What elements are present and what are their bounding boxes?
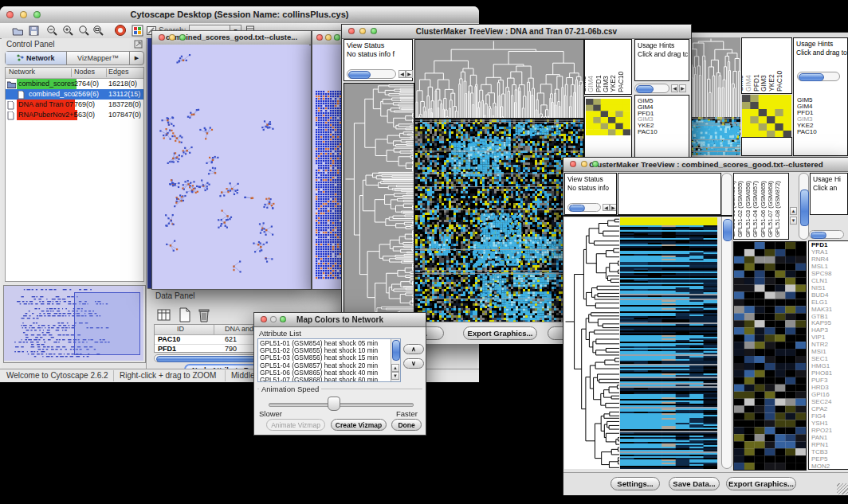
similarity-heatmap[interactable] bbox=[742, 95, 791, 138]
zoom-fit-icon[interactable] bbox=[92, 25, 104, 37]
list-vscrollbar[interactable]: ▲ ▼ bbox=[391, 339, 400, 381]
tab-vizmapper[interactable]: VizMapper™ bbox=[67, 52, 130, 64]
network-list-item[interactable]: combined_scores2764(0)16218(0) bbox=[6, 79, 143, 89]
gene-label[interactable]: GPI16 bbox=[811, 392, 832, 399]
minimize-button[interactable] bbox=[169, 34, 175, 41]
network-view-title-bar[interactable]: combined_scores_good.txt--cluste... bbox=[152, 31, 311, 45]
gene-label[interactable]: RPO21 bbox=[811, 428, 832, 435]
treeview-dna-title-bar[interactable]: ClusterMaker TreeView : DNA and Tran 07-… bbox=[342, 25, 691, 39]
gene-label[interactable]: PFD1 bbox=[797, 110, 817, 116]
network-view-2-title-bar[interactable] bbox=[312, 31, 345, 45]
attribute-list-item[interactable]: GPL51-07 (GSM868) heat shock 60 min bbox=[260, 377, 378, 382]
trash-icon[interactable] bbox=[197, 307, 211, 322]
export-graphics-button[interactable]: Export Graphics... bbox=[463, 326, 537, 340]
column-dendrogram[interactable] bbox=[686, 37, 740, 117]
gene-label[interactable]: SPC98 bbox=[811, 271, 832, 278]
network-list-item[interactable]: combined_sco2569(6)13112(15) bbox=[6, 89, 143, 100]
gene-label[interactable]: PAC10 bbox=[638, 129, 658, 135]
scroll-down-icon[interactable]: ▼ bbox=[790, 217, 797, 225]
scroll-right-icon[interactable]: ▶ bbox=[679, 84, 686, 92]
gene-label[interactable]: GIM5 bbox=[797, 97, 817, 104]
gene-label[interactable]: TCB3 bbox=[811, 449, 832, 456]
minimize-button[interactable] bbox=[20, 11, 27, 18]
gene-label[interactable]: YKE2 bbox=[797, 123, 817, 129]
gene-label[interactable]: FIG4 bbox=[811, 413, 832, 420]
global-heatmap[interactable] bbox=[414, 119, 584, 322]
column-dendrogram[interactable] bbox=[414, 39, 584, 119]
zoom-button[interactable] bbox=[179, 34, 186, 41]
open-file-icon[interactable] bbox=[12, 25, 24, 37]
scroll-down-icon[interactable]: ▼ bbox=[391, 372, 399, 380]
speed-slider-track[interactable] bbox=[269, 403, 414, 407]
animate-vizmap-button[interactable]: Animate Vizmap bbox=[266, 419, 325, 431]
network-canvas[interactable] bbox=[152, 45, 309, 288]
gene-label[interactable]: GIM3 bbox=[638, 116, 658, 123]
gene-label[interactable]: GIM5 bbox=[638, 98, 658, 104]
zoom-in-icon[interactable] bbox=[62, 25, 74, 37]
close-button[interactable] bbox=[159, 34, 165, 41]
gene-label[interactable]: YKE2 bbox=[638, 123, 658, 129]
zoom-button[interactable] bbox=[33, 11, 41, 18]
gene-label[interactable]: GTB1 bbox=[811, 314, 832, 321]
global-vscrollbar[interactable] bbox=[721, 173, 732, 469]
gene-label[interactable]: PHO81 bbox=[811, 370, 832, 377]
save-data-button[interactable]: Save Data... bbox=[669, 477, 720, 490]
settings-button[interactable]: Settings... bbox=[610, 477, 660, 490]
network-list-item[interactable]: DNA and Tran 07769(0)183728(0) bbox=[6, 100, 143, 110]
move-down-button[interactable]: ∨ bbox=[403, 358, 424, 369]
zoom-hscrollbar[interactable] bbox=[634, 84, 669, 93]
scroll-left-icon[interactable]: ◀ bbox=[671, 84, 678, 92]
network-list-item[interactable]: RNAPuberNov2+!563(0)107847(0) bbox=[6, 110, 143, 120]
zoom-button[interactable] bbox=[371, 28, 377, 34]
create-vizmap-button[interactable]: Create Vizmap bbox=[331, 419, 387, 431]
gene-label[interactable]: HMG1 bbox=[811, 363, 832, 370]
save-icon[interactable] bbox=[28, 25, 40, 37]
gene-label[interactable]: PAN1 bbox=[811, 435, 832, 442]
close-button[interactable] bbox=[316, 34, 323, 41]
network-canvas-2[interactable] bbox=[312, 45, 344, 288]
speed-slider-thumb[interactable] bbox=[328, 397, 340, 411]
gene-label[interactable]: RPN1 bbox=[811, 442, 832, 449]
tab-network[interactable]: Network bbox=[6, 52, 67, 64]
gene-label[interactable]: PFD1 bbox=[638, 111, 658, 117]
gene-label[interactable]: GIM3 bbox=[797, 116, 817, 123]
resize-grip[interactable] bbox=[837, 483, 848, 494]
similarity-heatmap[interactable] bbox=[586, 99, 630, 135]
status-scrollbar[interactable] bbox=[347, 69, 396, 79]
gene-label[interactable]: HAP3 bbox=[811, 327, 832, 334]
vizmapper-icon[interactable] bbox=[132, 25, 143, 37]
float-panel-icon[interactable] bbox=[134, 40, 143, 49]
minimize-button[interactable] bbox=[270, 316, 277, 322]
scroll-left-icon[interactable]: ◀ bbox=[398, 70, 406, 78]
gene-label[interactable]: GIM4 bbox=[638, 104, 658, 111]
close-button[interactable] bbox=[348, 28, 355, 34]
gene-label[interactable]: VIP1 bbox=[811, 334, 832, 342]
dialog-title-bar[interactable]: Map Colors to Network bbox=[254, 313, 426, 327]
gene-label[interactable]: PUF3 bbox=[811, 377, 832, 385]
gene-label[interactable]: SEC1 bbox=[811, 356, 832, 363]
gene-label[interactable]: MSI1 bbox=[811, 349, 832, 356]
status-scrollbar[interactable] bbox=[567, 203, 601, 212]
zoom-button[interactable] bbox=[280, 316, 286, 322]
gene-label[interactable]: CLN1 bbox=[811, 278, 832, 285]
treeview-combined-title-bar[interactable]: ClusterMaker TreeView : combined_scores_… bbox=[563, 158, 848, 172]
gene-label[interactable]: YSH1 bbox=[811, 420, 832, 428]
life-ring-icon[interactable] bbox=[114, 24, 127, 37]
zoom-hscrollbar[interactable] bbox=[797, 72, 840, 81]
minimize-button[interactable] bbox=[359, 28, 366, 34]
row-dendrogram[interactable] bbox=[344, 83, 414, 322]
scroll-left-icon[interactable]: ◀ bbox=[603, 204, 610, 211]
gene-label[interactable]: PEP5 bbox=[811, 456, 832, 463]
gene-label[interactable]: PFD1 bbox=[811, 242, 832, 249]
gene-label[interactable]: NTR2 bbox=[811, 342, 832, 349]
heatmap[interactable] bbox=[686, 117, 740, 155]
labels-vscrollbar[interactable] bbox=[799, 173, 809, 240]
new-document-icon[interactable] bbox=[178, 307, 192, 322]
gene-label[interactable]: GIM4 bbox=[797, 104, 817, 110]
close-button[interactable] bbox=[261, 316, 267, 322]
gene-label[interactable]: KAP95 bbox=[811, 320, 832, 327]
row-dendrogram[interactable] bbox=[564, 217, 619, 469]
zoom-button[interactable] bbox=[334, 34, 340, 41]
minimize-button[interactable] bbox=[581, 161, 587, 167]
export-graphics-button[interactable]: Export Graphics... bbox=[726, 477, 796, 490]
